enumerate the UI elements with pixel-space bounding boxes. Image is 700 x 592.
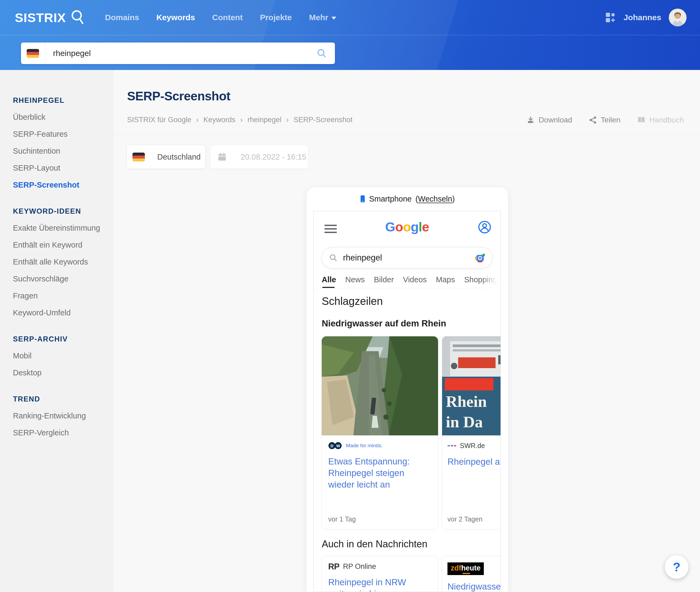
sidebar-item-suchintention[interactable]: Suchintention — [13, 147, 113, 155]
chevron-down-icon — [331, 17, 336, 20]
swr-logo — [448, 445, 456, 446]
sistrix-logo[interactable]: SISTRIX — [15, 0, 84, 35]
headlines-title: Schlagzeilen — [322, 295, 383, 307]
news-card-body: DW Made for minds. Etwas Entspannung: Rh… — [322, 435, 438, 491]
svg-text:Rhein: Rhein — [446, 393, 487, 410]
rhine-aerial-image — [322, 336, 438, 435]
sidebar-item-enthaelt-alle-keywords[interactable]: Enthält alle Keywords — [13, 257, 113, 266]
zdfheute-logo: zdfheute — [448, 562, 484, 575]
google-logo-letter: o — [403, 219, 411, 234]
news-card-rp[interactable]: RP RP Online Rheinpegel in NRW weiter ni… — [321, 556, 438, 592]
news-card-zdfheute[interactable]: zdfheute Niedrigwasser bei Emmerich — [442, 556, 501, 592]
sidebar-item-serp-features[interactable]: SERP-Features — [13, 130, 113, 139]
google-account-icon[interactable] — [478, 220, 492, 235]
date-filter-label: 20.08.2022 - 16:15 — [234, 153, 308, 161]
rp-logo: RP — [328, 562, 339, 571]
source-name: SWR.de — [460, 442, 485, 450]
news-card-dw[interactable]: DW Made for minds. Etwas Entspannung: Rh… — [321, 336, 438, 530]
tab-bilder[interactable]: Bilder — [374, 272, 394, 288]
download-button[interactable]: Download — [526, 116, 572, 124]
share-button[interactable]: Teilen — [589, 116, 620, 124]
nav-item-domains[interactable]: Domains — [105, 13, 139, 22]
device-label: Smartphone — [369, 195, 412, 203]
sidebar-item-serp-screenshot[interactable]: SERP-Screenshot — [13, 181, 113, 189]
swr-graphic-image: Rhein in Da — [442, 336, 501, 435]
sidebar-item-serp-layout[interactable]: SERP-Layout — [13, 164, 113, 172]
google-search-icon — [329, 253, 338, 262]
tab-news[interactable]: News — [345, 272, 365, 288]
breadcrumb-separator: › — [196, 116, 199, 124]
keyword-searchbar — [21, 43, 335, 64]
svg-text:W: W — [336, 443, 340, 448]
page-actions: Download Teilen Handbuch — [526, 116, 684, 124]
sidebar-section-trend: TREND — [13, 395, 113, 403]
also-in-news-title: Auch in den Nachrichten — [322, 538, 427, 550]
sidebar-item-serp-vergleich[interactable]: SERP-Vergleich — [13, 428, 113, 437]
username-label[interactable]: Johannes — [623, 13, 661, 22]
google-logo-letter: G — [385, 219, 395, 234]
apps-grid-icon[interactable] — [605, 12, 616, 23]
sidebar-item-suchvorschlaege[interactable]: Suchvorschläge — [13, 275, 113, 283]
sidebar-item-keyword-umfeld[interactable]: Keyword-Umfeld — [13, 308, 113, 317]
google-logo-letter: l — [419, 219, 422, 234]
help-button[interactable]: ? — [665, 555, 689, 579]
sidebar-item-desktop[interactable]: Desktop — [13, 368, 113, 377]
sidebar-item-enthaelt-ein-keyword[interactable]: Enthält ein Keyword — [13, 241, 113, 249]
keyword-search-input[interactable] — [45, 49, 309, 58]
handbook-button[interactable]: Handbuch — [637, 116, 684, 124]
country-filter-pill[interactable]: Deutschland — [127, 145, 205, 168]
source-row: SWR.de — [448, 442, 501, 450]
dw-tagline: Made for minds. — [346, 443, 383, 449]
nav-item-keywords[interactable]: Keywords — [156, 13, 195, 22]
google-search-box[interactable]: rheinpegel — [322, 247, 493, 268]
device-switch-link[interactable]: (Wechseln) — [415, 195, 455, 203]
sistrix-magnifier-icon — [70, 9, 84, 26]
breadcrumb-item-keywords[interactable]: Keywords — [203, 116, 236, 124]
download-label: Download — [539, 116, 572, 124]
news-card-body: zdfheute Niedrigwasser bei Emmerich — [442, 556, 501, 592]
sidebar-item-fragen[interactable]: Fragen — [13, 291, 113, 300]
nav-item-mehr[interactable]: Mehr — [309, 13, 336, 22]
source-row: zdfheute — [448, 562, 501, 575]
sidebar: RHEINPEGEL Überblick SERP-Features Suchi… — [0, 70, 113, 592]
sidebar-item-mobil[interactable]: Mobil — [13, 351, 113, 360]
top-header: SISTRIX Domains Keywords Content Projekt… — [0, 0, 700, 70]
user-area: Johannes — [605, 0, 687, 35]
svg-text:in Da: in Da — [446, 413, 483, 431]
dw-logo: DW — [328, 442, 342, 449]
breadcrumb-item-serp-screenshot: SERP-Screenshot — [293, 116, 353, 124]
tab-videos[interactable]: Videos — [403, 272, 427, 288]
country-flag-selector[interactable] — [21, 49, 45, 58]
tab-maps[interactable]: Maps — [436, 272, 455, 288]
sidebar-item-ranking-entwicklung[interactable]: Ranking-Entwicklung — [13, 411, 113, 420]
breadcrumb-item-sistrix[interactable]: SISTRIX für Google — [127, 116, 191, 124]
tab-alle[interactable]: Alle — [322, 272, 336, 288]
news-title[interactable]: Rheinpegel in NRW weiter niedrig - Trock… — [328, 577, 431, 592]
topic-title: Niedrigwasser auf dem Rhein — [322, 318, 446, 329]
news-title[interactable]: Rheinpegel au — [448, 456, 501, 468]
device-switch-row: Smartphone (Wechseln) — [307, 194, 508, 203]
share-label: Teilen — [601, 116, 620, 124]
news-card-body: RP RP Online Rheinpegel in NRW weiter ni… — [322, 556, 438, 592]
nav-item-content[interactable]: Content — [212, 13, 243, 22]
breadcrumb-item-rheinpegel[interactable]: rheinpegel — [247, 116, 281, 124]
sidebar-item-exakte-uebereinstimmung[interactable]: Exakte Übereinstimmung — [13, 224, 113, 233]
serp-tabs: Alle News Bilder Videos Maps Shopping — [314, 272, 501, 288]
news-title[interactable]: Niedrigwasser bei Emmerich — [448, 581, 501, 592]
news-title[interactable]: Etwas Entspannung: Rheinpegel steigen wi… — [328, 456, 431, 491]
google-logo-letter: e — [422, 219, 429, 234]
flag-de-icon — [133, 153, 145, 161]
sistrix-logo-text: SISTRIX — [15, 10, 66, 25]
avatar[interactable] — [669, 9, 687, 27]
date-filter-pill[interactable]: 20.08.2022 - 16:15 — [211, 145, 308, 168]
country-flag — [127, 145, 150, 168]
google-lens-icon[interactable] — [474, 252, 486, 263]
calendar-icon — [211, 145, 234, 168]
news-card-body: SWR.de Rheinpegel au — [442, 435, 501, 468]
search-submit-icon[interactable] — [309, 48, 335, 58]
sidebar-item-ueberblick[interactable]: Überblick — [13, 113, 113, 121]
source-row: DW Made for minds. — [328, 442, 431, 449]
google-query-text: rheinpegel — [343, 253, 474, 263]
news-card-swr[interactable]: Rhein in Da SWR.de Rheinpegel au vor 2 T… — [442, 336, 501, 530]
nav-item-projekte[interactable]: Projekte — [260, 13, 291, 22]
